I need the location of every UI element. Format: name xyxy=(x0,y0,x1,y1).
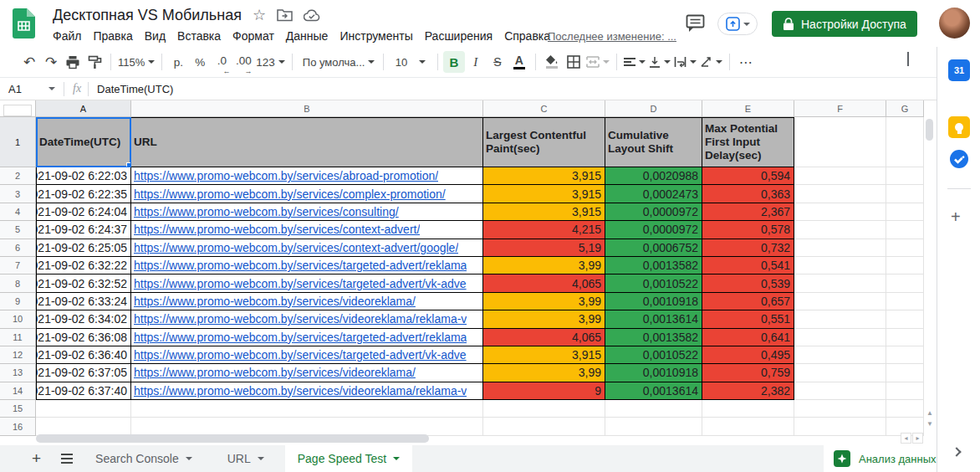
url-link[interactable]: https://www.promo-webcom.by/services/vid… xyxy=(131,312,467,326)
row-number[interactable]: 14 xyxy=(0,382,36,400)
cell-fid[interactable]: 0,495 xyxy=(702,346,794,364)
row-number[interactable]: 13 xyxy=(0,364,36,382)
text-rotation-button[interactable] xyxy=(698,51,724,73)
url-link[interactable]: https://www.promo-webcom.by/services/vid… xyxy=(131,366,416,379)
column-header-B[interactable]: B xyxy=(131,100,483,117)
empty-cell[interactable] xyxy=(702,418,794,435)
row-number[interactable]: 8 xyxy=(0,274,36,292)
cell-datetime[interactable]: 2021-09-02 6:33:24 xyxy=(36,293,131,310)
cell-cls[interactable]: 0,0013582 xyxy=(605,329,702,346)
scroll-up-button[interactable]: ▲ xyxy=(924,408,936,418)
cell-lcp[interactable]: 5,19 xyxy=(483,239,605,257)
vertical-align-button[interactable] xyxy=(647,51,672,73)
menu-item-формат[interactable]: Формат xyxy=(227,28,280,44)
expand-panel-chevron[interactable] xyxy=(952,447,961,456)
select-all-corner[interactable] xyxy=(0,100,36,117)
cell-cls[interactable]: 0,0010522 xyxy=(605,274,702,292)
row-number[interactable]: 12 xyxy=(0,346,36,364)
cell-cls[interactable]: 0,0010918 xyxy=(605,293,702,310)
empty-cell[interactable] xyxy=(794,117,886,167)
cell-lcp[interactable]: 4,065 xyxy=(483,274,605,292)
cell-lcp[interactable]: 3,915 xyxy=(483,185,605,203)
tasks-icon[interactable] xyxy=(948,148,970,170)
empty-cell[interactable] xyxy=(605,418,702,435)
column-header-E[interactable]: E xyxy=(702,100,794,117)
star-icon[interactable]: ☆ xyxy=(253,6,266,24)
empty-cell[interactable] xyxy=(886,310,924,328)
cell-url[interactable]: https://www.promo-webcom.by/services/con… xyxy=(131,203,483,221)
cell-fid[interactable]: 0,539 xyxy=(702,274,794,292)
empty-cell[interactable] xyxy=(794,346,886,364)
empty-cell[interactable] xyxy=(36,400,131,418)
cell-cls[interactable]: 0,0010522 xyxy=(605,346,702,364)
cell-datetime[interactable]: 2021-09-02 6:36:40 xyxy=(36,346,131,364)
cell-lcp[interactable]: 3,915 xyxy=(483,167,605,185)
column-header-D[interactable]: D xyxy=(605,100,702,117)
horizontal-scrollbar-thumb[interactable] xyxy=(36,434,429,443)
cell-url[interactable]: https://www.promo-webcom.by/services/con… xyxy=(131,221,483,239)
cell-url[interactable]: https://www.promo-webcom.by/services/tar… xyxy=(131,257,483,274)
cell-fid[interactable]: 0,541 xyxy=(702,257,794,274)
text-color-button[interactable]: A xyxy=(508,51,530,73)
row-number[interactable]: 5 xyxy=(0,221,36,239)
empty-cell[interactable] xyxy=(886,239,924,257)
cell-url[interactable]: https://www.promo-webcom.by/services/vid… xyxy=(131,364,483,382)
cell-url[interactable]: https://www.promo-webcom.by/services/tar… xyxy=(131,274,483,292)
cell-cls[interactable]: 0,0000972 xyxy=(605,221,702,239)
url-link[interactable]: https://www.promo-webcom.by/services/com… xyxy=(131,187,446,201)
borders-button[interactable] xyxy=(563,51,584,73)
zoom-select[interactable]: 115% xyxy=(116,51,156,73)
vertical-scrollbar[interactable] xyxy=(924,100,937,445)
cell-cls[interactable]: 0,0013614 xyxy=(605,382,702,400)
cell-fid[interactable]: 2,367 xyxy=(702,203,794,221)
row-number[interactable]: 9 xyxy=(0,293,36,310)
empty-cell[interactable] xyxy=(886,346,924,364)
empty-cell[interactable] xyxy=(794,239,886,257)
cell-datetime[interactable]: 2021-09-02 6:37:40 xyxy=(36,382,131,400)
row-number[interactable]: 1 xyxy=(0,117,36,167)
url-link[interactable]: https://www.promo-webcom.by/services/tar… xyxy=(131,348,467,362)
empty-cell[interactable] xyxy=(794,257,886,274)
cell-datetime[interactable]: 2021-09-02 6:25:05 xyxy=(36,239,131,257)
cell-lcp[interactable]: 9 xyxy=(483,382,605,400)
cell-cls[interactable]: 0,0000972 xyxy=(605,203,702,221)
cell-cls[interactable]: 0,0006752 xyxy=(605,239,702,257)
more-toolbar-button[interactable]: ⋯ xyxy=(735,51,757,73)
cell-url[interactable]: https://www.promo-webcom.by/services/vid… xyxy=(131,293,483,310)
format-currency-button[interactable]: р. xyxy=(167,51,189,73)
cell-url[interactable]: https://www.promo-webcom.by/services/vid… xyxy=(131,310,483,328)
empty-cell[interactable] xyxy=(886,185,924,203)
keep-icon[interactable] xyxy=(948,116,970,138)
empty-cell[interactable] xyxy=(886,364,924,382)
cell-url[interactable]: https://www.promo-webcom.by/services/com… xyxy=(131,185,483,203)
empty-cell[interactable] xyxy=(131,418,483,435)
menu-item-правка[interactable]: Правка xyxy=(87,28,138,44)
row-number[interactable]: 2 xyxy=(0,167,36,185)
column-header-C[interactable]: C xyxy=(483,100,605,117)
empty-cell[interactable] xyxy=(794,400,886,418)
more-formats-button[interactable]: 123 xyxy=(254,51,287,73)
cell-datetime[interactable]: 2021-09-02 6:24:37 xyxy=(36,221,131,239)
empty-cell[interactable] xyxy=(483,418,605,435)
present-button[interactable] xyxy=(717,13,758,35)
url-link[interactable]: https://www.promo-webcom.by/services/tar… xyxy=(131,331,467,344)
fill-color-button[interactable] xyxy=(541,51,563,73)
font-select[interactable]: По умолча... xyxy=(298,51,378,73)
formula-input[interactable]: DateTime(UTC) xyxy=(97,83,173,95)
empty-cell[interactable] xyxy=(886,167,924,185)
name-box[interactable]: A1 xyxy=(0,83,55,95)
url-link[interactable]: https://www.promo-webcom.by/services/vid… xyxy=(131,384,467,398)
vertical-scrollbar-thumb[interactable] xyxy=(926,119,933,141)
empty-cell[interactable] xyxy=(886,293,924,310)
empty-cell[interactable] xyxy=(886,382,924,400)
cell-datetime[interactable]: 2021-09-02 6:32:52 xyxy=(36,274,131,292)
menu-item-вставка[interactable]: Вставка xyxy=(171,28,227,44)
row-number[interactable]: 10 xyxy=(0,310,36,328)
present-dropdown-caret[interactable] xyxy=(743,23,750,26)
row-number[interactable]: 3 xyxy=(0,185,36,203)
cell-url[interactable]: https://www.promo-webcom.by/services/con… xyxy=(131,239,483,257)
row-number[interactable]: 16 xyxy=(0,418,36,435)
empty-cell[interactable] xyxy=(483,400,605,418)
comments-icon[interactable] xyxy=(686,14,705,36)
row-number[interactable]: 6 xyxy=(0,239,36,257)
